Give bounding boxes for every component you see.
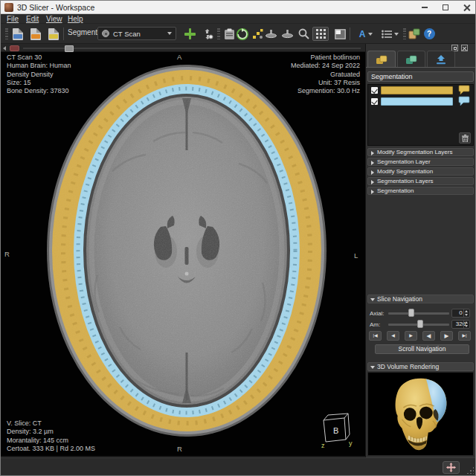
corner-annotation-top-left: CT Scan 30 Human Brain: Human Density De… [7,54,71,95]
orientation-marker-right: R [4,250,10,258]
tab-layer-export[interactable] [427,51,455,68]
slice-viewport[interactable]: CT Scan 30 Human Brain: Human Density De… [1,52,365,456]
toolbar-grip[interactable] [217,28,220,39]
menu-help[interactable]: Help [68,15,83,23]
am-slider-handle[interactable] [417,320,423,328]
speech-bubble-icon-blue [458,96,470,106]
interaction-mode-button[interactable] [200,27,215,41]
zoom-tool-button[interactable] [296,27,311,41]
application-window: 3D Slicer - Workspace File Edit View Hel… [0,0,476,476]
section-segmentation-layer[interactable]: Segmentation Layer [367,158,474,166]
app-logo-icon [4,3,13,12]
float-icon [454,47,457,50]
step-forward-button[interactable]: ▶ [440,331,453,341]
font-tool-button[interactable]: A [356,27,376,41]
segment-2-color-swatch[interactable] [381,97,453,106]
save-button[interactable] [46,27,61,41]
tab-segments-yellow[interactable] [367,51,396,68]
maximize-button[interactable] [437,1,454,13]
axial-spinbox[interactable]: 0 [451,309,470,318]
spin-down-icon [465,314,468,316]
close-button[interactable] [457,1,475,13]
menu-file[interactable]: File [7,15,19,23]
view-grid-button[interactable] [312,27,329,41]
orientation-marker-anterior: A [177,53,181,61]
corner-annotation-top-right: Patient botlinson Mediated: 24 Sep 2022 … [291,54,360,95]
spinbox-arrows[interactable] [463,321,469,328]
list-icon [382,30,392,39]
am-spinbox[interactable]: 326 [451,320,470,329]
collapse-slice-bar-button[interactable] [3,46,6,51]
slice-offset-slider[interactable] [23,48,361,49]
data-file-icon [30,28,41,40]
delete-segment-button[interactable] [459,132,471,144]
pin-flat-icon [265,29,277,39]
previous-slice-button[interactable]: ◀ [387,331,399,341]
slice-offset-handle[interactable] [65,45,74,52]
segment-2-visibility-checkbox[interactable] [371,98,378,105]
section-segmentation-layers[interactable]: Segmentation Layers [367,177,474,185]
green-layers-icon [405,55,418,65]
add-data-button[interactable] [182,27,197,41]
segmentation-node-selector[interactable]: Segmentation [367,71,474,82]
segment-1-visibility-checkbox[interactable] [371,87,378,94]
first-slice-button[interactable]: |◀ [369,331,382,341]
chevron-down-icon [394,33,399,36]
volume-selector[interactable]: CT Scan [97,27,176,40]
pin-flat-icon [281,29,294,39]
markups-button[interactable] [250,27,265,41]
menu-view[interactable]: View [46,15,62,23]
load-data-button[interactable] [28,27,43,41]
four-way-arrow-icon [446,463,456,472]
section-3d-volume-rendering[interactable]: 3D Volume Rendering [367,362,474,371]
layout-button[interactable] [332,27,347,41]
minimize-button[interactable] [416,1,434,13]
scroll-navigation-button[interactable]: Scroll Navigation [375,344,469,354]
skull-3d-render [368,373,473,455]
expanded-arrow-icon [370,366,375,369]
title-bar: 3D Slicer - Workspace [1,1,475,14]
yellow-points-icon [252,29,263,39]
refresh-circle-icon [237,28,248,40]
flatten-tool-button[interactable] [263,27,278,41]
help-button[interactable]: ? [422,27,437,41]
clipboard-button[interactable] [222,27,237,41]
trash-icon [462,135,469,142]
section-modify-segmentation-layers[interactable]: Modify Segmentation Layers [367,148,474,156]
section-segmentation[interactable]: Segmentation [367,187,474,195]
cube-axis-y: y [349,440,353,447]
tab-segments-green[interactable] [397,51,425,68]
next-slice-button[interactable]: ▶ [405,331,417,341]
toolbar-grip[interactable] [403,28,406,39]
orientation-marker-posterior: R [177,445,182,453]
chevron-down-icon [167,32,172,35]
volume-rendering-viewport[interactable] [367,372,474,456]
list-options-button[interactable] [379,27,400,41]
font-icon: A [359,29,366,39]
menu-edit[interactable]: Edit [26,15,39,23]
load-dicom-button[interactable] [10,27,25,41]
center-3d-view-button[interactable] [443,461,460,474]
segment-2-comment-button[interactable] [458,96,470,109]
refresh-button[interactable] [235,27,250,41]
orientation-cube: B z y [316,411,355,448]
axial-slider-label: Axial: [370,310,385,317]
step-back-button[interactable]: ◀ [422,331,435,341]
extensions-button[interactable] [407,27,422,41]
segment-1-color-swatch[interactable] [381,86,453,94]
orientation-marker-left: L [354,251,358,260]
collapsed-arrow-icon [371,190,374,194]
last-slice-button[interactable]: ▶| [458,331,471,341]
close-icon [462,45,467,51]
axial-slider[interactable] [388,312,449,315]
section-modify-segmentation[interactable]: Modify Segmentation [367,167,474,176]
toolbar-grip[interactable] [5,28,8,39]
collapsed-arrow-icon [371,180,374,184]
flatten-tool-button-2[interactable] [280,27,295,41]
section-slice-navigation[interactable]: Slice Navigation [367,295,474,303]
spinbox-arrows[interactable] [463,309,469,317]
slice-view-menu-button[interactable] [10,45,19,51]
panel-close-button[interactable] [461,45,468,51]
status-bar [1,457,475,476]
axial-slider-handle[interactable] [408,309,414,317]
